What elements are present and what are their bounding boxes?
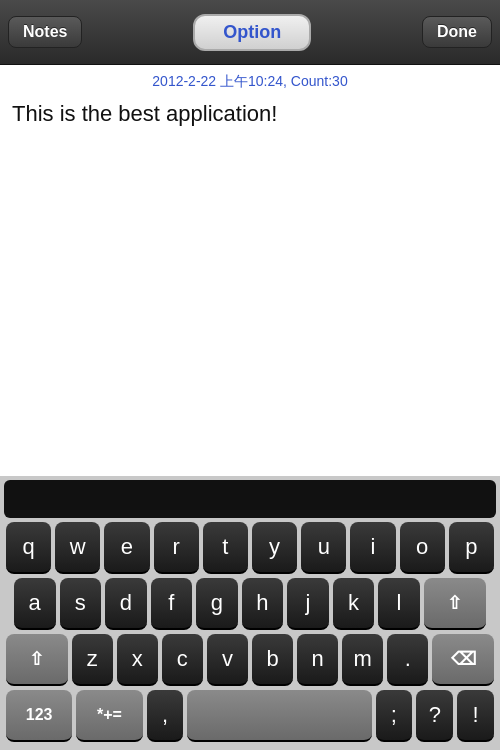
key-row-4: 123 *+= , ; ? ! [4,690,496,742]
key-l[interactable]: l [378,578,420,630]
key-y[interactable]: y [252,522,297,574]
key-h[interactable]: h [242,578,284,630]
key-z[interactable]: z [72,634,113,686]
option-segment[interactable]: Option [193,14,311,51]
key-question[interactable]: ? [416,690,453,742]
note-meta: 2012-2-22 上午10:24, Count:30 [12,73,488,91]
key-q[interactable]: q [6,522,51,574]
delete-key[interactable]: ⌫ [432,634,494,686]
keyboard: q w e r t y u i o p a s d f g h j k l ⇧ … [0,476,500,750]
shift-icon[interactable]: ⇧ [424,578,486,630]
key-k[interactable]: k [333,578,375,630]
keyboard-top-bar [4,480,496,518]
key-i[interactable]: i [350,522,395,574]
num-key[interactable]: 123 [6,690,72,742]
key-t[interactable]: t [203,522,248,574]
navigation-bar: Notes Option Done [0,0,500,65]
key-p[interactable]: p [449,522,494,574]
key-d[interactable]: d [105,578,147,630]
key-row-1: q w e r t y u i o p [4,522,496,574]
space-key[interactable] [187,690,371,742]
key-v[interactable]: v [207,634,248,686]
emoji-key[interactable]: *+= [76,690,142,742]
key-period[interactable]: . [387,634,428,686]
done-button[interactable]: Done [422,16,492,48]
shift-key[interactable]: ⇧ [6,634,68,686]
key-e[interactable]: e [104,522,149,574]
key-c[interactable]: c [162,634,203,686]
key-f[interactable]: f [151,578,193,630]
key-a[interactable]: a [14,578,56,630]
key-w[interactable]: w [55,522,100,574]
note-content[interactable]: This is the best application! [12,99,488,130]
key-j[interactable]: j [287,578,329,630]
key-s[interactable]: s [60,578,102,630]
key-x[interactable]: x [117,634,158,686]
key-o[interactable]: o [400,522,445,574]
key-exclaim[interactable]: ! [457,690,494,742]
key-g[interactable]: g [196,578,238,630]
note-area: 2012-2-22 上午10:24, Count:30 This is the … [0,65,500,476]
key-comma[interactable]: , [147,690,184,742]
notes-button[interactable]: Notes [8,16,82,48]
key-r[interactable]: r [154,522,199,574]
key-u[interactable]: u [301,522,346,574]
key-m[interactable]: m [342,634,383,686]
key-row-3: ⇧ z x c v b n m . ⌫ [4,634,496,686]
key-semicolon[interactable]: ; [376,690,413,742]
key-b[interactable]: b [252,634,293,686]
key-n[interactable]: n [297,634,338,686]
key-row-2: a s d f g h j k l ⇧ [4,578,496,630]
